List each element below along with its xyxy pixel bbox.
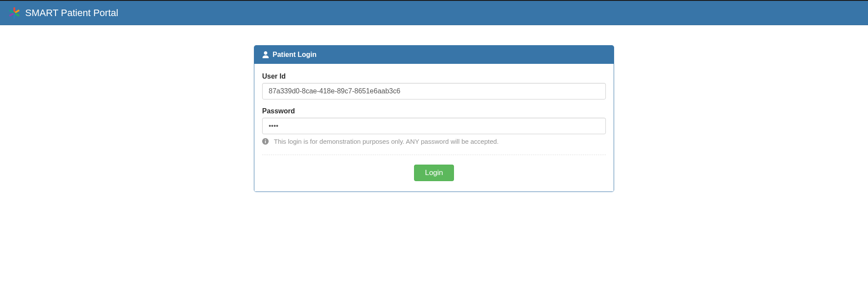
- password-input[interactable]: [262, 118, 606, 134]
- user-icon: [262, 51, 269, 58]
- login-button[interactable]: Login: [414, 165, 454, 181]
- panel-heading: Patient Login: [254, 46, 614, 64]
- svg-rect-2: [15, 13, 20, 17]
- svg-rect-0: [13, 7, 15, 12]
- app-title: SMART Patient Portal: [25, 7, 118, 19]
- panel-body: User Id Password This login is for demon…: [254, 64, 614, 192]
- password-help: This login is for demonstration purposes…: [262, 138, 606, 145]
- user-id-label: User Id: [262, 73, 606, 80]
- svg-rect-3: [13, 14, 15, 19]
- user-id-input[interactable]: [262, 83, 606, 99]
- help-text: This login is for demonstration purposes…: [274, 138, 499, 145]
- password-group: Password This login is for demonstration…: [262, 107, 606, 145]
- button-row: Login: [262, 165, 606, 181]
- password-label: Password: [262, 107, 606, 115]
- navbar: SMART Patient Portal: [0, 0, 868, 25]
- svg-rect-5: [9, 9, 14, 13]
- svg-rect-4: [9, 13, 14, 17]
- svg-point-8: [265, 139, 266, 140]
- divider: [262, 155, 606, 155]
- svg-rect-7: [265, 141, 266, 143]
- main-container: Patient Login User Id Password This logi…: [247, 45, 621, 192]
- panel-title: Patient Login: [273, 51, 316, 59]
- app-logo-icon: [9, 7, 20, 19]
- svg-rect-1: [15, 9, 20, 13]
- user-id-group: User Id: [262, 73, 606, 99]
- info-icon: [262, 138, 269, 145]
- login-panel: Patient Login User Id Password This logi…: [254, 45, 614, 192]
